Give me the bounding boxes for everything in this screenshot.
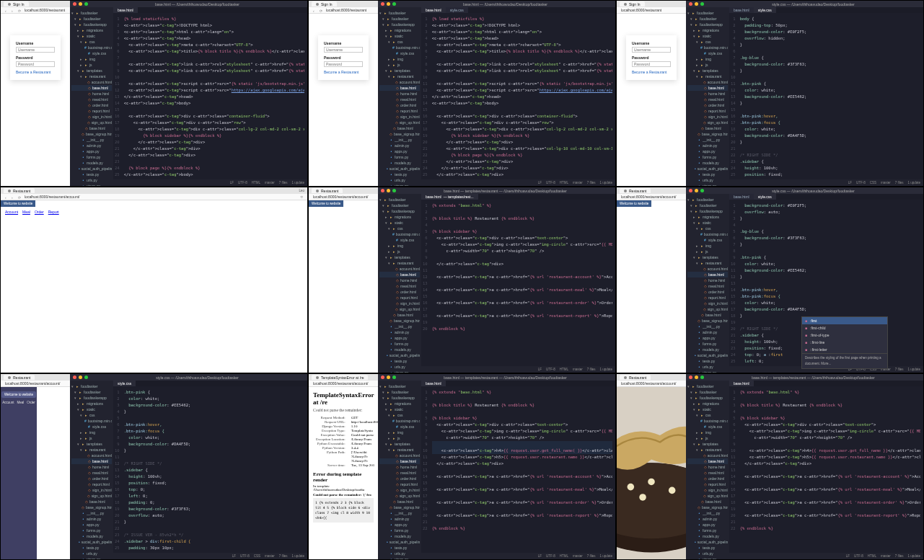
password-input[interactable] <box>16 61 55 67</box>
tree-folder[interactable]: ▾▸foodtaskerapp <box>687 395 728 401</box>
tab-rest-base[interactable]: base.html <box>421 381 446 386</box>
tree-file[interactable]: •forms.py <box>687 341 728 347</box>
tab-base-html[interactable]: base.html <box>729 7 754 13</box>
become-restaurant-link[interactable]: Become a Restaurant <box>632 70 666 74</box>
browser-tab-signin[interactable]: Sign In <box>312 1 337 6</box>
tree-file[interactable]: ◇account.html <box>379 453 420 458</box>
tree-file[interactable]: •models.py <box>71 160 112 166</box>
tree-folder[interactable]: ▾▸foodtasker <box>379 197 420 203</box>
tree-file[interactable]: ◇order.html <box>379 289 420 295</box>
tree-file[interactable]: ◇report.html <box>687 108 728 114</box>
reload-icon[interactable]: ⟳ <box>18 9 22 12</box>
tree-folder[interactable]: ▾▸templates <box>687 441 728 447</box>
tree-file[interactable]: #style.css <box>687 237 728 243</box>
tree-file[interactable]: •models.py <box>687 533 728 539</box>
tree-file[interactable]: ◇account.html <box>379 79 420 85</box>
tree-file[interactable]: ◇account.html <box>379 266 420 272</box>
tree-folder[interactable]: ▸▸img <box>687 430 728 435</box>
tree-file[interactable]: •apps.py <box>687 335 728 341</box>
back-icon[interactable]: ‹ <box>5 195 9 199</box>
tree-folder[interactable]: ▸▸img <box>71 430 112 435</box>
tree-file[interactable]: •apps.py <box>687 522 728 528</box>
tree-file[interactable]: ◇sign_in.html <box>687 487 728 493</box>
tree-file[interactable]: •apps.py <box>71 148 112 154</box>
browser-tab-restaurant[interactable]: Restaurant <box>620 188 651 193</box>
tree-file[interactable]: ◇order.html <box>379 476 420 481</box>
tree-folder[interactable]: ▾▸static <box>71 33 112 39</box>
tree-file[interactable]: ◇base.html <box>379 125 420 131</box>
tree-file[interactable]: ◇home.html <box>687 91 728 97</box>
tree-file[interactable]: ◇home.html <box>379 91 420 97</box>
tree-folder[interactable]: ▾▸foodtasker <box>71 383 112 389</box>
tree-file[interactable]: ◇order.html <box>71 102 112 108</box>
tree-folder[interactable]: ▾▸static <box>379 406 420 412</box>
tree-file[interactable]: ◇base.html <box>71 499 112 505</box>
back-icon[interactable]: ‹ <box>313 9 317 12</box>
tree-file[interactable]: ◇base.html <box>379 499 420 505</box>
tree-file[interactable]: ◇order.html <box>687 102 728 108</box>
tree-file[interactable]: ◇report.html <box>71 108 112 114</box>
tree-file[interactable]: •forms.py <box>379 528 420 533</box>
tree-file[interactable]: ◇account.html <box>687 79 728 85</box>
autocomplete-option[interactable]: ■:first-of-type <box>802 332 887 339</box>
tree-folder[interactable]: ▾▸static <box>687 406 728 412</box>
browser-tab-restaurant[interactable]: Restaurant <box>312 188 343 193</box>
tree-file[interactable]: ◇report.html <box>71 481 112 487</box>
tree-folder[interactable]: ▸▸migrations <box>71 27 112 33</box>
address-bar[interactable]: ‹ ⟳ localhost:8000/restaurant <box>309 7 378 14</box>
tree-folder[interactable]: ▸▸js <box>687 249 728 254</box>
tree-file[interactable]: •forms.py <box>687 528 728 533</box>
tree-file[interactable]: ◇sign_in.html <box>379 301 420 306</box>
file-tree[interactable]: ▾▸foodtasker▾▸foodtasker▾▸foodtaskerapp▸… <box>378 194 421 373</box>
address-bar[interactable]: localhost:8000/restaurant <box>617 7 686 14</box>
tree-folder[interactable]: ▾▸css <box>379 412 420 418</box>
tree-file[interactable]: •models.py <box>687 160 728 166</box>
tree-file[interactable]: ◇report.html <box>687 481 728 487</box>
tree-file[interactable]: #bootstrap.min.c <box>71 418 112 424</box>
tree-file[interactable]: ◇sign_in.html <box>687 114 728 120</box>
star-icon[interactable]: ☆ <box>300 195 303 199</box>
code-editor[interactable]: 12345678910111213141516171819202122{% ex… <box>421 386 615 553</box>
tree-folder[interactable]: ▾▸foodtaskerapp <box>71 395 112 401</box>
tree-file[interactable]: •__init__.py <box>379 324 420 329</box>
tree-file[interactable]: ◇base_signup.html <box>379 318 420 324</box>
tree-folder[interactable]: ▾▸css <box>687 39 728 45</box>
tree-folder[interactable]: ▾▸restaurant <box>379 260 420 266</box>
tree-file[interactable]: •views.py <box>379 183 420 186</box>
autocomplete-popup[interactable]: ■:first■:first-child■:first-of-type■::fi… <box>801 316 888 369</box>
browser-tab-restaurant[interactable]: Restaurant <box>4 188 35 193</box>
tree-file[interactable]: ◇base.html <box>71 85 112 91</box>
tree-file[interactable]: ◇report.html <box>379 481 420 487</box>
tree-file[interactable]: ◇sign_up.html <box>379 120 420 125</box>
tree-file[interactable]: •__init__.py <box>379 137 420 143</box>
tree-file[interactable]: ◇sign_up.html <box>687 493 728 499</box>
browser-tab-error[interactable]: TemplateSyntaxError at /re <box>312 375 368 380</box>
password-input[interactable] <box>632 61 671 67</box>
tree-folder[interactable]: ▾▸foodtasker <box>379 203 420 208</box>
tree-file[interactable]: ◇base_signup.html <box>71 131 112 137</box>
tree-folder[interactable]: ▸▸js <box>379 435 420 441</box>
tree-file[interactable]: ◇meal.html <box>687 97 728 102</box>
tree-folder[interactable]: ▾▸foodtasker <box>687 16 728 22</box>
tree-file[interactable]: •tests.py <box>379 172 420 177</box>
tree-file[interactable]: •__init__.py <box>687 510 728 516</box>
tree-folder[interactable]: ▸▸migrations <box>379 27 420 33</box>
tree-folder[interactable]: ▾▸templates <box>71 68 112 74</box>
tree-file[interactable]: •views.py <box>379 556 420 559</box>
tree-file[interactable]: •apps.py <box>71 522 112 528</box>
tree-folder[interactable]: ▸▸img <box>71 56 112 62</box>
file-tree[interactable]: ▾▸foodtasker▾▸foodtasker▾▸foodtaskerapp▸… <box>70 381 113 559</box>
tree-file[interactable]: ◇base_signup.html <box>379 131 420 137</box>
tree-file[interactable]: •urls.py <box>379 177 420 183</box>
tree-file[interactable]: •social_auth_pipeline.py <box>71 539 112 545</box>
tree-file[interactable]: ◇base.html <box>71 458 112 464</box>
tree-folder[interactable]: ▾▸foodtasker <box>379 389 420 395</box>
tree-file[interactable]: #style.css <box>379 50 420 56</box>
tree-file[interactable]: •__init__.py <box>71 510 112 516</box>
tree-file[interactable]: •urls.py <box>379 364 420 370</box>
tree-file[interactable]: •tests.py <box>687 545 728 551</box>
code-editor[interactable]: 1234567891011121314151617181920212223242… <box>113 13 307 179</box>
tree-file[interactable]: ◇sign_up.html <box>379 493 420 499</box>
tree-folder[interactable]: ▾▸foodtaskerapp <box>687 22 728 27</box>
maximize-icon[interactable] <box>84 2 88 6</box>
